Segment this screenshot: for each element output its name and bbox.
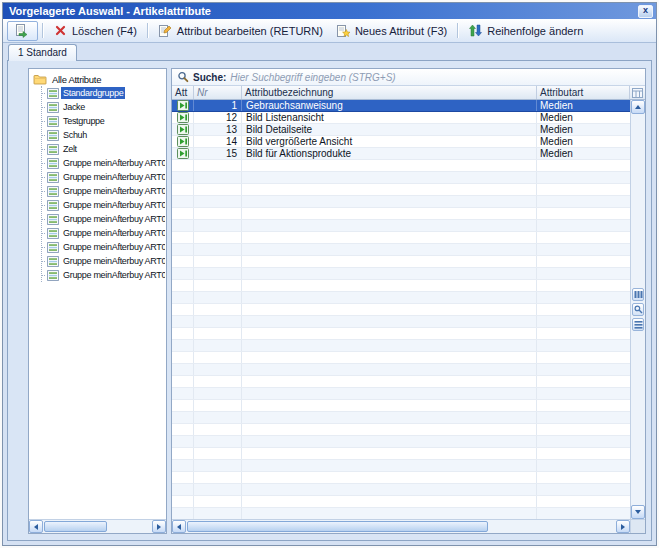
tree-item[interactable]: Gruppe meinAfterbuy ART00080 [42, 240, 165, 254]
export-button[interactable] [7, 21, 38, 41]
tree-item-label: Gruppe meinAfterbuy ART00079 [61, 227, 165, 239]
column-chooser-button[interactable] [630, 86, 645, 99]
menu-icon [634, 320, 643, 329]
tree-scroll-left-button[interactable] [29, 520, 43, 533]
tree-item[interactable]: Zelt [42, 142, 165, 156]
media-type-icon [177, 136, 189, 147]
empty-row [172, 448, 630, 460]
tree-item[interactable]: Gruppe meinAfterbuy ART00075 [42, 184, 165, 198]
empty-row [172, 292, 630, 304]
attribute-group-icon [47, 270, 59, 281]
new-attribute-button[interactable]: Neues Attribut (F3) [330, 21, 453, 41]
tree-item[interactable]: Gruppe meinAfterbuy ART00073 [42, 156, 165, 170]
grid-scroll-left-button[interactable] [172, 520, 186, 533]
empty-row [172, 400, 630, 412]
media-type-icon [177, 112, 189, 123]
empty-row [172, 484, 630, 496]
tree-connector [42, 107, 45, 108]
tree-item[interactable]: Testgruppe [42, 114, 165, 128]
empty-row [172, 196, 630, 208]
column-header-nr[interactable]: Nr [194, 86, 242, 99]
edit-attribute-button[interactable]: Attribut bearbeiten (RETURN) [152, 21, 329, 41]
grid-scroll-right-button[interactable] [616, 520, 630, 533]
attributes-tree: Alle Attribute Standardgruppe Jacke Test… [29, 69, 166, 519]
empty-row [172, 172, 630, 184]
tree-item[interactable]: Schuh [42, 128, 165, 142]
table-header: Att Nr Attributbezeichnung Attributart [172, 86, 645, 100]
grid-horizontal-scrollbar[interactable] [172, 520, 630, 533]
table-row[interactable]: 12 Bild Listenansicht Medien [172, 112, 630, 124]
tree-item-label: Gruppe meinAfterbuy ART00075 [61, 185, 165, 197]
title-bar[interactable]: Vorgelagerte Auswahl - Artikelattribute … [3, 3, 656, 19]
tree-scroll-track[interactable] [43, 520, 152, 533]
empty-row [172, 472, 630, 484]
media-type-icon [177, 148, 189, 159]
attribute-group-icon [47, 242, 59, 253]
grid-scroll-down-button[interactable] [631, 505, 645, 519]
tree-item[interactable]: Gruppe meinAfterbuy ART00082 [42, 268, 165, 282]
row-name-cell: Bild für Aktionsprodukte [242, 148, 537, 159]
row-number-cell: 1 [194, 100, 242, 111]
reorder-button[interactable]: Reihenfolge ändern [462, 21, 589, 41]
tree-item[interactable]: Gruppe meinAfterbuy ART00074 [42, 170, 165, 184]
grid-vertical-scroll-track[interactable] [631, 114, 645, 505]
empty-row [172, 460, 630, 472]
search-input[interactable] [230, 72, 640, 83]
tree-horizontal-scrollbar[interactable] [29, 519, 166, 533]
row-name-cell: Gebrauchsanweisung [242, 100, 537, 111]
empty-row [172, 244, 630, 256]
tree-root[interactable]: Alle Attribute [33, 72, 165, 86]
attribute-group-icon [47, 158, 59, 169]
tree-item[interactable]: Gruppe meinAfterbuy ART00081 [42, 254, 165, 268]
attribute-group-icon [47, 228, 59, 239]
close-button[interactable]: x [638, 5, 653, 18]
tree-item[interactable]: Jacke [42, 100, 165, 114]
tree-scroll-thumb[interactable] [44, 521, 107, 532]
media-type-icon [177, 124, 189, 135]
tree-item-label: Gruppe meinAfterbuy ART00074 [61, 171, 165, 183]
tree-item[interactable]: Gruppe meinAfterbuy ART00078 [42, 212, 165, 226]
scrollbar-columns-button[interactable] [632, 288, 644, 301]
tab-standard[interactable]: 1 Standard [8, 44, 77, 61]
column-header-type[interactable]: Attributart [537, 86, 630, 99]
reorder-label: Reihenfolge ändern [487, 25, 583, 37]
table-rows: 1 Gebrauchsanweisung Medien 12 Bild List… [172, 100, 630, 519]
delete-label: Löschen (F4) [72, 25, 137, 37]
grid-vertical-scrollbar[interactable] [630, 100, 645, 519]
scrollbar-search-button[interactable] [632, 303, 644, 316]
row-icon-cell [172, 112, 194, 123]
columns-icon [634, 290, 643, 299]
table-row[interactable]: 15 Bild für Aktionsprodukte Medien [172, 148, 630, 160]
empty-row [172, 160, 630, 172]
row-number-cell: 15 [194, 148, 242, 159]
table-row[interactable]: 14 Bild vergrößerte Ansicht Medien [172, 136, 630, 148]
column-header-name[interactable]: Attributbezeichnung [242, 86, 537, 99]
tree-connector [42, 135, 45, 136]
tree-item[interactable]: Gruppe meinAfterbuy ART00079 [42, 226, 165, 240]
toolbar-separator [457, 23, 458, 38]
tree-connector [42, 275, 45, 276]
row-type-cell: Medien [537, 148, 630, 159]
attribute-group-icon [47, 200, 59, 211]
edit-icon [158, 24, 173, 38]
grid-scroll-thumb[interactable] [187, 521, 488, 532]
row-name-cell: Bild vergrößerte Ansicht [242, 136, 537, 147]
tab-strip: 1 Standard [3, 43, 656, 60]
empty-row [172, 340, 630, 352]
grid-bottom-bar [172, 519, 645, 533]
table-row[interactable]: 13 Bild Detailseite Medien [172, 124, 630, 136]
empty-row [172, 364, 630, 376]
tree-scroll-right-button[interactable] [152, 520, 166, 533]
scrollbar-menu-button[interactable] [632, 318, 644, 331]
grid-scroll-up-button[interactable] [631, 100, 645, 114]
delete-button[interactable]: Löschen (F4) [47, 21, 143, 41]
column-header-att[interactable]: Att [172, 86, 194, 99]
table-row[interactable]: 1 Gebrauchsanweisung Medien [172, 100, 630, 112]
empty-row [172, 388, 630, 400]
grid-horizontal-scroll-track[interactable] [186, 520, 616, 533]
tree-item[interactable]: Standardgruppe [42, 86, 165, 100]
empty-row [172, 316, 630, 328]
attributes-grid-panel: Suche: Att Nr Attributbezeichnung Attrib… [171, 68, 646, 534]
tree-item[interactable]: Gruppe meinAfterbuy ART00076 [42, 198, 165, 212]
tree-item-label: Gruppe meinAfterbuy ART00078 [61, 213, 165, 225]
